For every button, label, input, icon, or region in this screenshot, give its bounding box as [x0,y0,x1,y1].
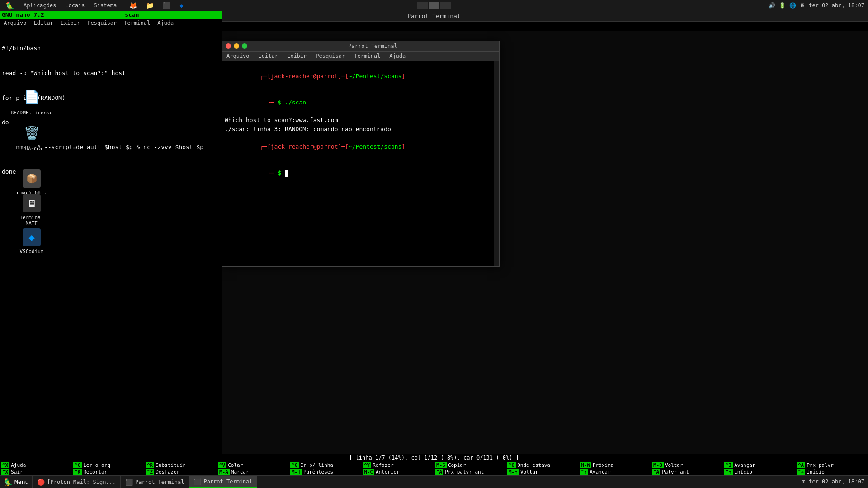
shortcut-sair[interactable]: ^X Sair [0,469,72,475]
taskbar-item-terminal-1[interactable]: ⬛ Parrot Terminal [120,476,189,488]
shortcut-substituir[interactable]: ^R Substituir [145,462,217,469]
shortcut-key-df: ^Z [146,469,154,475]
taskbar-item-terminal-2-label: Parrot Terminal [203,479,252,485]
shortcut-label-vl2: Voltar [520,469,538,475]
prompt-bracket-open-2: ┌─[ [260,143,270,150]
pt-cursor [285,170,288,177]
shortcut-label-rf: Refazer [373,462,393,468]
parrot-terminal-title: Parrot Terminal [250,43,495,49]
shortcut-key-av2: ^↑ [580,469,588,475]
pt-menu-terminal[interactable]: Terminal [349,52,385,61]
shortcut-colar[interactable]: ^V Colar [217,462,289,469]
shortcut-label-il: Ir p/ linha [300,462,333,468]
win-ctrl-1[interactable] [417,2,428,9]
shortcut-key-in: ^↑ [724,469,733,475]
taskbar-item-terminal-2[interactable]: ⬛ Parrot Terminal [189,476,257,488]
win-ctrl-2[interactable] [429,2,439,9]
speaker-icon[interactable]: 🔊 [769,2,775,9]
shortcut-inicio2[interactable]: ^→ Início [796,469,868,475]
monitor-icon[interactable]: 🖥 [800,2,805,9]
shortcut-prxpalvr2[interactable]: ^A Prx palvr ant [434,469,506,475]
shortcut-key-pp3: ^A [652,469,660,475]
vscode-icon[interactable]: ◆ [176,2,187,9]
shortcut-desfazer[interactable]: ^Z Desfazer [145,469,217,475]
shortcut-recortar[interactable]: ^K Recortar [72,469,145,475]
shortcut-avancar[interactable]: ^I Avançar [723,462,796,469]
shortcut-onde[interactable]: ^O Onde estava [506,462,579,469]
terminal-icon[interactable]: ⬛ [159,2,174,9]
shortcut-key-rf: ^Y [363,462,371,468]
nano-menu-terminal[interactable]: Terminal [120,19,154,27]
window-minimize-button[interactable] [234,43,239,49]
nano-menu-editar[interactable]: Editar [30,19,57,27]
shortcut-key-on: ^O [507,462,516,468]
apps-menu[interactable]: Aplicações [20,2,60,9]
pt-menu-arquivo[interactable]: Arquivo [222,52,254,61]
shortcut-label-av2: Avançar [590,469,610,475]
desktop-icon-vscodium[interactable]: ◆ VSCodium [14,228,50,255]
parrot-logo-icon[interactable]: 🦜 [2,1,18,10]
shortcut-prx-palvr[interactable]: ^A Prx palvr [796,462,868,469]
battery-icon[interactable]: 🔋 [779,2,786,9]
shortcut-marcar[interactable]: M-A Marcar [217,469,289,475]
terminal-taskbar-icon-1: ⬛ [125,479,132,486]
pt-menu-pesquisar[interactable]: Pesquisar [311,52,349,61]
prompt-user-2: jack-reacher [271,143,313,150]
parrot-terminal-content[interactable]: ┌─[jack-reacher@parrot]─[~/Pentest/scans… [222,61,494,266]
network-icon[interactable]: 🌐 [789,2,796,9]
shortcut-row-2: ^X Sair ^K Recortar ^Z Desfazer M-A Marc… [0,469,868,475]
shortcut-ler-arq[interactable]: ^C Ler o arq [72,462,145,469]
taskbar-item-protonmail-label: [Proton Mail: Sign... [47,479,116,485]
nano-menu-exibir[interactable]: Exibir [57,19,84,27]
pt-menu-ajuda[interactable]: Ajuda [385,52,410,61]
shortcut-anterior[interactable]: M-C Anterior [362,469,434,475]
taskbar-start-button[interactable]: 🦜 Menu [0,476,32,488]
desktop-icon-lixeira[interactable]: 🗑️ Lixeira [14,122,50,152]
firefox-icon[interactable]: 🦊 [126,2,141,9]
places-menu[interactable]: Locais [61,2,88,9]
readme-icon: 📄 [21,86,42,108]
shortcut-label-col: Colar [228,462,243,468]
shortcut-voltar[interactable]: M-B Voltar [651,462,723,469]
shortcut-avancar2[interactable]: ^↑ Avançar [579,469,651,475]
nano-menu-arquivo[interactable]: Arquivo [0,19,30,27]
shortcut-label-rc: Recortar [83,469,107,475]
show-desktop-icon[interactable]: ⊞ [798,479,805,485]
shortcut-label-sub: Substituir [156,462,185,468]
shortcut-key-ajuda: ^X [1,462,9,468]
taskbar-item-protonmail[interactable]: 🔴 [Proton Mail: Sign... [32,476,120,488]
prompt-bracket-close-1: ] [401,73,405,80]
terminal-mate-icon: 🖥 [23,194,41,212]
prompt-arrow-2: └─ [260,169,278,176]
prompt-path-1: ~/Pentest/scans [349,73,401,80]
shortcut-label-ler: Ler o arq [83,462,110,468]
shortcut-parenteses[interactable]: M-] Parênteses [289,469,362,475]
parrot-terminal-scrollbar[interactable] [494,61,499,266]
nano-menu-pesquisar[interactable]: Pesquisar [84,19,120,27]
shortcut-key-in2: ^→ [797,469,805,475]
shortcut-inicio[interactable]: ^↑ Início [723,469,796,475]
shortcut-proxima[interactable]: M-W Próxima [579,462,651,469]
shortcut-key-pr: M-] [290,469,302,475]
prompt-path-2: ~/Pentest/scans [349,143,401,150]
shortcut-label-in: Início [734,469,752,475]
nano-menu-ajuda[interactable]: Ajuda [154,19,177,27]
desktop-icon-terminal-mate[interactable]: 🖥 Terminal MATE [14,194,50,227]
shortcut-prxpalvr3[interactable]: ^A Palvr ant [651,469,723,475]
window-close-button[interactable] [226,43,231,49]
desktop-icon-nmap[interactable]: 📦 nmap5.68.. [14,169,50,196]
shortcut-voltar2[interactable]: M-↑ Voltar [506,469,579,475]
desktop-icon-readme[interactable]: 📄 README.license [14,86,50,116]
parrot-terminal-inner: ┌─[jack-reacher@parrot]─[~/Pentest/scans… [222,61,499,266]
shortcut-label-ajuda: Ajuda [11,462,26,468]
win-ctrl-3[interactable] [440,2,451,9]
filemanager-icon[interactable]: 📁 [142,2,157,9]
window-maximize-button[interactable] [242,43,247,49]
shortcut-refazer[interactable]: ^Y Refazer [362,462,434,469]
system-menu[interactable]: Sistema [90,2,121,9]
shortcut-ir-linha[interactable]: ^G Ir p/ linha [289,462,362,469]
pt-menu-editar[interactable]: Editar [254,52,283,61]
pt-menu-exibir[interactable]: Exibir [283,52,311,61]
shortcut-ajuda[interactable]: ^X Ajuda [0,462,72,469]
shortcut-copiar[interactable]: M-6 Copiar [434,462,506,469]
